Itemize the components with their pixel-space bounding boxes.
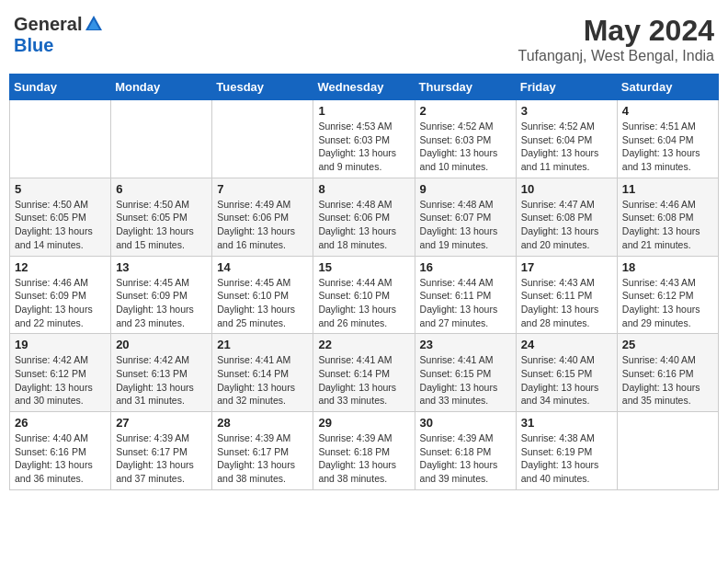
calendar-week-row: 26Sunrise: 4:40 AMSunset: 6:16 PMDayligh… [10, 412, 719, 490]
day-info: Sunrise: 4:44 AMSunset: 6:11 PMDaylight:… [420, 276, 511, 330]
calendar-empty-cell [111, 100, 212, 178]
day-number: 27 [116, 416, 207, 430]
day-info: Sunrise: 4:45 AMSunset: 6:10 PMDaylight:… [217, 276, 308, 330]
day-number: 4 [622, 104, 713, 118]
calendar-day-18: 18Sunrise: 4:43 AMSunset: 6:12 PMDayligh… [617, 256, 718, 334]
calendar-day-13: 13Sunrise: 4:45 AMSunset: 6:09 PMDayligh… [111, 256, 212, 334]
calendar-day-29: 29Sunrise: 4:39 AMSunset: 6:18 PMDayligh… [313, 412, 415, 490]
page-header: General Blue May 2024 Tufanganj, West Be… [9, 9, 719, 64]
calendar-day-4: 4Sunrise: 4:51 AMSunset: 6:04 PMDaylight… [617, 100, 718, 178]
logo: General Blue [14, 14, 104, 56]
calendar-day-1: 1Sunrise: 4:53 AMSunset: 6:03 PMDaylight… [313, 100, 415, 178]
day-number: 2 [420, 104, 511, 118]
calendar-week-row: 1Sunrise: 4:53 AMSunset: 6:03 PMDaylight… [10, 100, 719, 178]
day-info: Sunrise: 4:41 AMSunset: 6:14 PMDaylight:… [217, 353, 308, 408]
calendar-day-30: 30Sunrise: 4:39 AMSunset: 6:18 PMDayligh… [415, 412, 516, 490]
day-info: Sunrise: 4:51 AMSunset: 6:04 PMDaylight:… [622, 120, 713, 174]
logo-blue-text: Blue [14, 35, 53, 55]
calendar-day-11: 11Sunrise: 4:46 AMSunset: 6:08 PMDayligh… [617, 178, 718, 256]
day-info: Sunrise: 4:46 AMSunset: 6:09 PMDaylight:… [15, 276, 106, 330]
calendar-day-16: 16Sunrise: 4:44 AMSunset: 6:11 PMDayligh… [415, 256, 516, 334]
day-number: 24 [521, 338, 612, 351]
logo-general-text: General [14, 14, 82, 35]
day-number: 1 [318, 104, 409, 118]
day-number: 31 [521, 416, 612, 430]
day-info: Sunrise: 4:50 AMSunset: 6:05 PMDaylight:… [116, 198, 207, 252]
day-number: 29 [318, 416, 409, 430]
day-info: Sunrise: 4:39 AMSunset: 6:18 PMDaylight:… [318, 431, 409, 486]
day-number: 23 [420, 338, 511, 351]
day-number: 6 [116, 182, 207, 196]
day-info: Sunrise: 4:43 AMSunset: 6:11 PMDaylight:… [521, 276, 612, 330]
day-header-tuesday: Tuesday [212, 75, 313, 100]
calendar-week-row: 19Sunrise: 4:42 AMSunset: 6:12 PMDayligh… [10, 334, 719, 412]
calendar-day-20: 20Sunrise: 4:42 AMSunset: 6:13 PMDayligh… [111, 334, 212, 412]
day-number: 18 [622, 260, 713, 274]
calendar-empty-cell [212, 100, 313, 178]
day-info: Sunrise: 4:48 AMSunset: 6:07 PMDaylight:… [420, 198, 511, 252]
day-header-wednesday: Wednesday [313, 75, 415, 100]
day-number: 10 [521, 182, 612, 196]
day-info: Sunrise: 4:39 AMSunset: 6:17 PMDaylight:… [217, 431, 308, 486]
day-info: Sunrise: 4:49 AMSunset: 6:06 PMDaylight:… [217, 198, 308, 252]
day-number: 20 [116, 338, 207, 351]
day-number: 12 [15, 260, 106, 274]
day-info: Sunrise: 4:41 AMSunset: 6:14 PMDaylight:… [318, 353, 409, 408]
calendar-empty-cell [617, 412, 718, 490]
calendar-day-27: 27Sunrise: 4:39 AMSunset: 6:17 PMDayligh… [111, 412, 212, 490]
day-info: Sunrise: 4:39 AMSunset: 6:18 PMDaylight:… [420, 431, 511, 486]
day-info: Sunrise: 4:43 AMSunset: 6:12 PMDaylight:… [622, 276, 713, 330]
day-number: 15 [318, 260, 409, 274]
day-header-monday: Monday [111, 75, 212, 100]
day-info: Sunrise: 4:53 AMSunset: 6:03 PMDaylight:… [318, 120, 409, 174]
day-number: 11 [622, 182, 713, 196]
calendar-day-10: 10Sunrise: 4:47 AMSunset: 6:08 PMDayligh… [516, 178, 617, 256]
day-header-friday: Friday [516, 75, 617, 100]
day-info: Sunrise: 4:40 AMSunset: 6:16 PMDaylight:… [622, 353, 713, 408]
day-number: 17 [521, 260, 612, 274]
sub-title: Tufanganj, West Bengal, India [518, 48, 714, 64]
day-number: 14 [217, 260, 308, 274]
calendar-day-23: 23Sunrise: 4:41 AMSunset: 6:15 PMDayligh… [415, 334, 516, 412]
day-info: Sunrise: 4:52 AMSunset: 6:03 PMDaylight:… [420, 120, 511, 174]
calendar-day-7: 7Sunrise: 4:49 AMSunset: 6:06 PMDaylight… [212, 178, 313, 256]
day-info: Sunrise: 4:45 AMSunset: 6:09 PMDaylight:… [116, 276, 207, 330]
day-number: 30 [420, 416, 511, 430]
day-header-sunday: Sunday [10, 75, 111, 100]
calendar-day-3: 3Sunrise: 4:52 AMSunset: 6:04 PMDaylight… [516, 100, 617, 178]
day-info: Sunrise: 4:47 AMSunset: 6:08 PMDaylight:… [521, 198, 612, 252]
calendar-day-9: 9Sunrise: 4:48 AMSunset: 6:07 PMDaylight… [415, 178, 516, 256]
calendar-day-28: 28Sunrise: 4:39 AMSunset: 6:17 PMDayligh… [212, 412, 313, 490]
calendar-day-25: 25Sunrise: 4:40 AMSunset: 6:16 PMDayligh… [617, 334, 718, 412]
calendar-day-22: 22Sunrise: 4:41 AMSunset: 6:14 PMDayligh… [313, 334, 415, 412]
day-info: Sunrise: 4:39 AMSunset: 6:17 PMDaylight:… [116, 431, 207, 486]
day-number: 21 [217, 338, 308, 351]
title-area: May 2024 Tufanganj, West Bengal, India [518, 14, 714, 64]
day-header-saturday: Saturday [617, 75, 718, 100]
day-info: Sunrise: 4:42 AMSunset: 6:12 PMDaylight:… [15, 353, 106, 408]
day-info: Sunrise: 4:41 AMSunset: 6:15 PMDaylight:… [420, 353, 511, 408]
day-header-thursday: Thursday [415, 75, 516, 100]
day-number: 7 [217, 182, 308, 196]
calendar-day-12: 12Sunrise: 4:46 AMSunset: 6:09 PMDayligh… [10, 256, 111, 334]
calendar-day-26: 26Sunrise: 4:40 AMSunset: 6:16 PMDayligh… [10, 412, 111, 490]
day-number: 9 [420, 182, 511, 196]
calendar-day-14: 14Sunrise: 4:45 AMSunset: 6:10 PMDayligh… [212, 256, 313, 334]
day-number: 19 [15, 338, 106, 351]
calendar-day-17: 17Sunrise: 4:43 AMSunset: 6:11 PMDayligh… [516, 256, 617, 334]
calendar-day-8: 8Sunrise: 4:48 AMSunset: 6:06 PMDaylight… [313, 178, 415, 256]
calendar-week-row: 5Sunrise: 4:50 AMSunset: 6:05 PMDaylight… [10, 178, 719, 256]
day-number: 5 [15, 182, 106, 196]
calendar-table: SundayMondayTuesdayWednesdayThursdayFrid… [9, 74, 719, 490]
calendar-day-21: 21Sunrise: 4:41 AMSunset: 6:14 PMDayligh… [212, 334, 313, 412]
day-number: 8 [318, 182, 409, 196]
day-number: 28 [217, 416, 308, 430]
calendar-day-15: 15Sunrise: 4:44 AMSunset: 6:10 PMDayligh… [313, 256, 415, 334]
day-info: Sunrise: 4:42 AMSunset: 6:13 PMDaylight:… [116, 353, 207, 408]
day-number: 16 [420, 260, 511, 274]
day-info: Sunrise: 4:38 AMSunset: 6:19 PMDaylight:… [521, 431, 612, 486]
day-number: 13 [116, 260, 207, 274]
main-title: May 2024 [518, 14, 714, 48]
calendar-day-31: 31Sunrise: 4:38 AMSunset: 6:19 PMDayligh… [516, 412, 617, 490]
day-info: Sunrise: 4:50 AMSunset: 6:05 PMDaylight:… [15, 198, 106, 252]
